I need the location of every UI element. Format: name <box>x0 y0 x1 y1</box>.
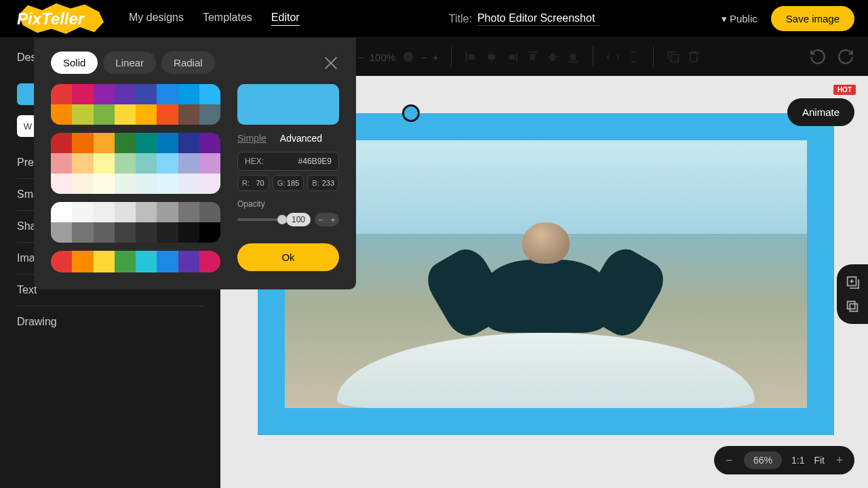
palette-swatch[interactable] <box>199 222 220 243</box>
opacity-plus[interactable]: + <box>327 213 339 226</box>
palette-swatch[interactable] <box>72 84 93 104</box>
rgb-r-input[interactable]: R:70 <box>237 175 269 191</box>
visibility-dropdown[interactable]: ▾ Public <box>722 13 757 25</box>
zoom-ratio[interactable]: 1:1 <box>791 455 804 466</box>
animate-button[interactable]: Animate <box>787 98 854 126</box>
opacity-minus[interactable]: − <box>315 213 327 226</box>
palette-swatch[interactable] <box>199 84 220 104</box>
zoom-plus[interactable]: + <box>433 52 439 63</box>
palette-swatch[interactable] <box>157 133 178 153</box>
palette-swatch[interactable] <box>72 153 93 174</box>
palette-swatch[interactable] <box>94 104 115 125</box>
palette-swatch[interactable] <box>115 133 136 153</box>
palette-swatch[interactable] <box>94 133 115 153</box>
rgb-b-input[interactable]: B:233 <box>307 175 339 191</box>
align-top-icon[interactable] <box>525 49 540 64</box>
palette-swatch[interactable] <box>136 174 157 194</box>
palette-swatch[interactable] <box>199 104 220 125</box>
palette-swatch[interactable] <box>157 153 178 174</box>
palette-swatch[interactable] <box>51 104 72 125</box>
mode-simple[interactable]: Simple <box>237 133 267 144</box>
slider-thumb[interactable] <box>277 215 287 224</box>
palette-swatch[interactable] <box>157 222 178 243</box>
palette-swatch[interactable] <box>51 133 72 153</box>
selection-handle[interactable] <box>402 104 420 122</box>
nav-my-designs[interactable]: My designs <box>129 12 184 26</box>
palette-swatch[interactable] <box>72 202 93 222</box>
align-middle-icon[interactable] <box>545 49 560 64</box>
palette-swatch[interactable] <box>199 174 220 194</box>
mode-advanced[interactable]: Advanced <box>280 133 322 144</box>
strip-swatch[interactable] <box>115 251 136 272</box>
zoom-minus[interactable]: − <box>358 52 364 63</box>
tab-solid[interactable]: Solid <box>51 52 98 74</box>
opacity-slider[interactable] <box>237 218 282 221</box>
duplicate-icon[interactable] <box>666 49 681 64</box>
logo[interactable]: PixTeller <box>14 5 95 33</box>
history-undo-icon[interactable] <box>809 48 827 66</box>
strip-swatch[interactable] <box>72 251 93 272</box>
opacity-value[interactable]: 100 <box>286 213 311 226</box>
zoom-in-button[interactable]: + <box>834 453 845 468</box>
palette-swatch[interactable] <box>157 174 178 194</box>
target-icon[interactable] <box>401 49 416 64</box>
align-bottom-icon[interactable] <box>566 49 580 64</box>
zoom-fit[interactable]: Fit <box>814 455 825 466</box>
palette-swatch[interactable] <box>178 174 199 194</box>
palette-swatch[interactable] <box>178 202 199 222</box>
palette-swatch[interactable] <box>136 133 157 153</box>
zoom-value[interactable]: 66% <box>744 451 782 469</box>
canvas-image[interactable] <box>285 140 807 408</box>
duplicate-layer-icon[interactable] <box>845 299 860 314</box>
palette-swatch[interactable] <box>178 133 199 153</box>
palette-swatch[interactable] <box>94 174 115 194</box>
palette-swatch[interactable] <box>136 222 157 243</box>
title-input[interactable]: Photo Editor Screenshot <box>477 12 599 26</box>
history-redo-icon[interactable] <box>837 48 854 66</box>
tab-radial[interactable]: Radial <box>161 52 215 74</box>
palette-swatch[interactable] <box>94 202 115 222</box>
palette-swatch[interactable] <box>199 202 220 222</box>
palette-swatch[interactable] <box>157 104 178 125</box>
palette-swatch[interactable] <box>115 84 136 104</box>
strip-swatch[interactable] <box>157 251 178 272</box>
tab-linear[interactable]: Linear <box>103 52 156 74</box>
palette-swatch[interactable] <box>94 84 115 104</box>
palette-swatch[interactable] <box>136 202 157 222</box>
rgb-g-input[interactable]: G:185 <box>273 175 304 191</box>
palette-swatch[interactable] <box>115 222 136 243</box>
zoom-minus2[interactable]: − <box>421 52 427 63</box>
sidebar-item-drawing[interactable]: Drawing <box>17 306 203 338</box>
palette-swatch[interactable] <box>136 153 157 174</box>
palette-swatch[interactable] <box>115 174 136 194</box>
align-left-icon[interactable] <box>464 49 479 64</box>
hex-input[interactable]: HEX: #46B9E9 <box>237 152 339 171</box>
palette-swatch[interactable] <box>72 174 93 194</box>
nav-templates[interactable]: Templates <box>203 12 252 26</box>
palette-swatch[interactable] <box>51 174 72 194</box>
align-center-h-icon[interactable] <box>484 49 499 64</box>
align-right-icon[interactable] <box>505 49 519 64</box>
strip-swatch[interactable] <box>94 251 115 272</box>
palette-swatch[interactable] <box>94 153 115 174</box>
palette-swatch[interactable] <box>51 153 72 174</box>
strip-swatch[interactable] <box>136 251 157 272</box>
palette-swatch[interactable] <box>72 104 93 125</box>
save-button[interactable]: Save image <box>771 6 854 31</box>
nav-editor[interactable]: Editor <box>271 12 300 26</box>
palette-swatch[interactable] <box>136 104 157 125</box>
palette-swatch[interactable] <box>178 153 199 174</box>
strip-swatch[interactable] <box>51 251 72 272</box>
palette-swatch[interactable] <box>94 222 115 243</box>
palette-swatch[interactable] <box>115 202 136 222</box>
flip-v-icon[interactable] <box>626 49 641 64</box>
palette-swatch[interactable] <box>72 222 93 243</box>
palette-swatch[interactable] <box>51 202 72 222</box>
zoom-out-button[interactable]: − <box>724 453 734 468</box>
strip-swatch[interactable] <box>178 251 199 272</box>
palette-swatch[interactable] <box>199 153 220 174</box>
add-layer-icon[interactable] <box>845 274 860 289</box>
trash-icon[interactable] <box>686 49 701 64</box>
palette-swatch[interactable] <box>72 133 93 153</box>
palette-swatch[interactable] <box>115 153 136 174</box>
